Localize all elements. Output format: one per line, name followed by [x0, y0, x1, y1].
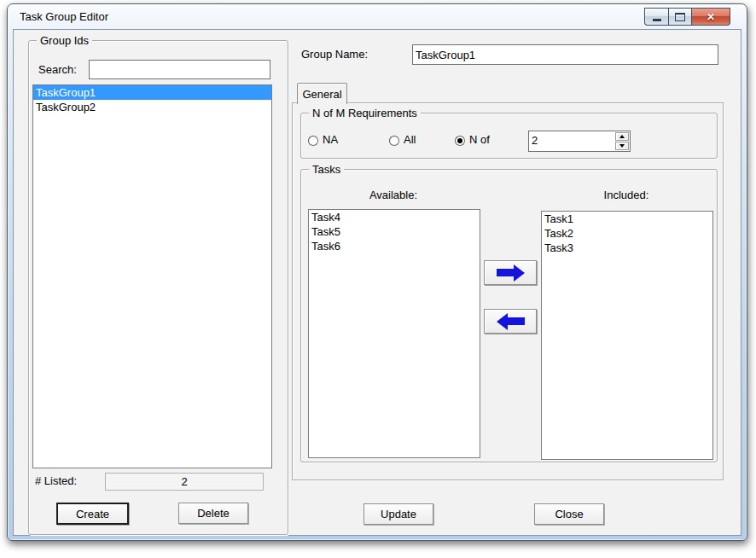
spinner-up-button[interactable]: [615, 132, 629, 141]
maximize-icon: [675, 13, 685, 21]
maximize-button[interactable]: [668, 8, 692, 26]
included-label: Included:: [541, 189, 712, 201]
minimize-button[interactable]: [644, 8, 668, 26]
list-item[interactable]: Task6: [309, 239, 480, 253]
arrow-left-icon: [497, 313, 525, 330]
radio-all[interactable]: [389, 136, 399, 146]
radio-na[interactable]: [308, 136, 318, 146]
create-button[interactable]: Create: [56, 503, 129, 525]
tasks-label: Tasks: [309, 163, 344, 176]
window-title: Task Group Editor: [20, 10, 108, 23]
nofm-label: N of M Requirements: [309, 107, 421, 119]
listed-count-field: 2: [105, 473, 264, 491]
n-value: 2: [532, 134, 538, 147]
task-group-editor-window: Task Group Editor ✕ Group Ids Search: Ta…: [7, 3, 747, 541]
list-item[interactable]: TaskGroup2: [33, 100, 271, 114]
group-name-label: Group Name:: [301, 48, 368, 61]
list-item[interactable]: Task3: [542, 241, 712, 255]
dialog-client-area: Group Ids Search: TaskGroup1TaskGroup2 #…: [13, 29, 741, 536]
minimize-icon: [653, 19, 661, 21]
available-label: Available:: [308, 189, 479, 201]
included-list[interactable]: Task1Task2Task3: [541, 211, 713, 460]
radio-label: NA: [323, 133, 338, 146]
radio-label: All: [404, 133, 416, 146]
move-left-button[interactable]: [484, 309, 537, 334]
list-item[interactable]: Task2: [542, 226, 712, 241]
n-value-spinner[interactable]: 2: [528, 131, 631, 152]
close-button[interactable]: ✕: [692, 8, 730, 26]
search-label: Search:: [38, 63, 77, 76]
list-item[interactable]: Task4: [309, 210, 480, 224]
move-right-button[interactable]: [484, 260, 537, 285]
list-item[interactable]: Task1: [542, 212, 712, 226]
tab-general[interactable]: General: [297, 83, 347, 104]
spinner-down-button[interactable]: [615, 142, 629, 150]
close-dialog-button[interactable]: Close: [534, 503, 604, 525]
list-item[interactable]: TaskGroup1: [33, 85, 271, 100]
group-name-input[interactable]: [412, 44, 718, 65]
available-list[interactable]: Task4Task5Task6: [308, 209, 480, 458]
nofm-groupbox: [300, 113, 718, 159]
close-icon: ✕: [707, 12, 715, 22]
radio-label: N of: [469, 133, 490, 146]
group-list[interactable]: TaskGroup1TaskGroup2: [32, 84, 272, 468]
up-arrow-icon: [619, 135, 625, 138]
group-ids-label: Group Ids: [37, 34, 92, 47]
search-input[interactable]: [89, 60, 270, 79]
delete-button[interactable]: Delete: [178, 503, 248, 524]
down-arrow-icon: [619, 144, 625, 148]
radio-n-of[interactable]: [455, 136, 465, 146]
list-item[interactable]: Task5: [309, 224, 480, 239]
update-button[interactable]: Update: [363, 503, 433, 525]
arrow-right-icon: [497, 264, 525, 282]
listed-label: # Listed:: [35, 474, 77, 487]
screenshot-stage: Task Group Editor ✕ Group Ids Search: Ta…: [0, 0, 756, 558]
